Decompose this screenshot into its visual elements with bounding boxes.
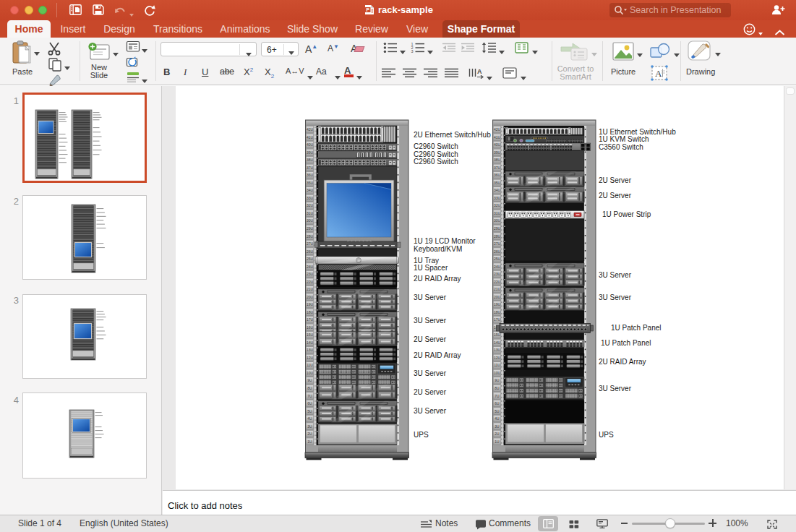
svg-text:31U: 31U	[494, 212, 500, 215]
svg-text:28U: 28U	[307, 235, 313, 239]
svg-text:11U: 11U	[307, 364, 313, 367]
svg-text:4U: 4U	[495, 417, 500, 421]
svg-text:25U: 25U	[494, 257, 500, 261]
svg-text:42U: 42U	[494, 128, 500, 132]
svg-text:31U: 31U	[307, 212, 313, 215]
svg-text:18U: 18U	[307, 311, 313, 314]
svg-text:12U: 12U	[307, 356, 313, 360]
svg-text:32U: 32U	[494, 204, 500, 207]
svg-text:6U: 6U	[495, 402, 500, 406]
svg-text:5U: 5U	[495, 410, 500, 413]
svg-text:20U: 20U	[494, 296, 500, 299]
svg-text:13U: 13U	[307, 348, 313, 352]
svg-text:8U: 8U	[307, 387, 312, 390]
svg-text:29U: 29U	[494, 227, 500, 231]
svg-text:19U: 19U	[494, 303, 500, 306]
svg-text:17U: 17U	[307, 318, 313, 322]
svg-text:34U: 34U	[494, 189, 500, 192]
svg-text:36U: 36U	[307, 173, 313, 177]
svg-text:25U: 25U	[307, 257, 313, 261]
svg-text:30U: 30U	[307, 219, 313, 223]
svg-text:34U: 34U	[307, 189, 313, 192]
svg-text:3: 3	[411, 49, 414, 53]
svg-text:23U: 23U	[494, 273, 500, 276]
svg-text:A: A	[477, 68, 482, 75]
svg-text:39U: 39U	[307, 151, 313, 155]
svg-text:3U: 3U	[495, 425, 500, 429]
svg-text:4U: 4U	[307, 417, 312, 421]
svg-text:5U: 5U	[307, 410, 312, 413]
svg-text:18U: 18U	[494, 311, 500, 314]
svg-text:28U: 28U	[494, 235, 500, 239]
svg-text:30U: 30U	[494, 219, 500, 223]
svg-text:A: A	[655, 68, 662, 79]
svg-text:21U: 21U	[494, 288, 500, 291]
svg-text:10U: 10U	[307, 372, 313, 375]
svg-text:32U: 32U	[307, 204, 313, 207]
svg-text:21U: 21U	[307, 288, 313, 291]
svg-text:36U: 36U	[494, 173, 500, 177]
svg-text:9U: 9U	[495, 379, 500, 382]
svg-text:41U: 41U	[307, 136, 313, 140]
svg-text:13U: 13U	[494, 348, 500, 352]
svg-text:12U: 12U	[494, 356, 500, 360]
svg-text:7U: 7U	[495, 395, 500, 398]
svg-text:15U: 15U	[307, 333, 313, 337]
svg-text:26U: 26U	[494, 250, 500, 254]
svg-text:20U: 20U	[307, 296, 313, 299]
svg-text:23U: 23U	[307, 273, 313, 276]
svg-text:16U: 16U	[307, 326, 313, 330]
svg-text:6U: 6U	[307, 402, 312, 406]
svg-text:35U: 35U	[307, 181, 313, 185]
svg-text:26U: 26U	[307, 250, 313, 254]
svg-text:19U: 19U	[307, 303, 313, 306]
svg-text:8U: 8U	[495, 387, 500, 390]
svg-text:24U: 24U	[307, 265, 313, 269]
svg-text:1U: 1U	[495, 440, 500, 444]
svg-text:33U: 33U	[307, 197, 313, 200]
svg-text:3U: 3U	[307, 425, 312, 429]
svg-text:1U: 1U	[307, 440, 312, 444]
svg-text:38U: 38U	[494, 158, 500, 162]
svg-text:10U: 10U	[494, 372, 500, 375]
svg-text:14U: 14U	[307, 341, 313, 345]
svg-text:37U: 37U	[494, 166, 500, 170]
svg-text:24U: 24U	[494, 265, 500, 269]
svg-text:2U: 2U	[307, 432, 312, 436]
svg-text:33U: 33U	[494, 197, 500, 200]
svg-text:14U: 14U	[494, 341, 500, 345]
svg-text:2U: 2U	[495, 432, 500, 436]
svg-text:11U: 11U	[494, 364, 500, 367]
svg-text:35U: 35U	[494, 181, 500, 185]
svg-text:29U: 29U	[307, 227, 313, 231]
svg-text:40U: 40U	[494, 143, 500, 147]
svg-text:P: P	[367, 7, 370, 12]
svg-text:7U: 7U	[307, 395, 312, 398]
svg-text:41U: 41U	[494, 136, 500, 140]
svg-text:27U: 27U	[307, 242, 313, 246]
svg-text:27U: 27U	[494, 242, 500, 246]
svg-text:22U: 22U	[307, 280, 313, 284]
svg-text:39U: 39U	[494, 151, 500, 155]
svg-text:22U: 22U	[494, 280, 500, 284]
svg-text:37U: 37U	[307, 166, 313, 170]
svg-text:15U: 15U	[494, 333, 500, 337]
svg-text:40U: 40U	[307, 143, 313, 147]
svg-text:17U: 17U	[494, 318, 500, 322]
svg-text:9U: 9U	[307, 379, 312, 382]
svg-text:38U: 38U	[307, 158, 313, 162]
svg-text:42U: 42U	[307, 128, 313, 132]
